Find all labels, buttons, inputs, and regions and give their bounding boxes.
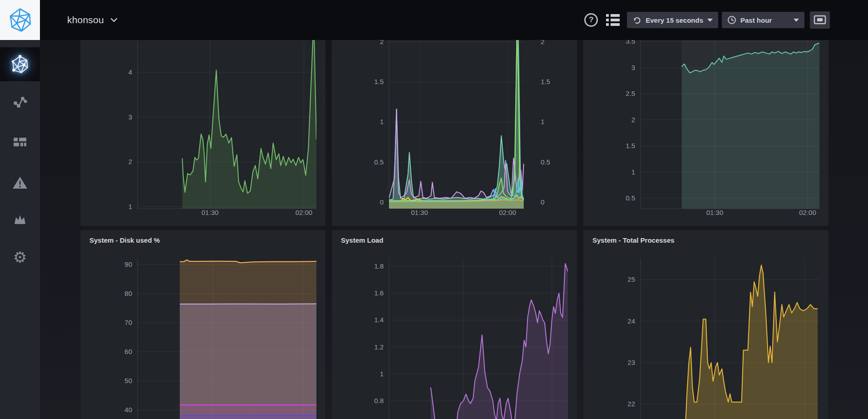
y-axis-label: 1 (380, 118, 384, 125)
y-axis-label-right: 0.5 (541, 158, 550, 166)
y-axis-label: 1.6 (374, 289, 384, 297)
panel-system-load: System Load1.81.61.41.210.8 (331, 229, 577, 419)
y-axis-label: 3 (631, 64, 635, 71)
x-axis-label: 02:00 (799, 209, 816, 216)
gear-icon: ⚙ (13, 249, 27, 265)
y-axis-label: 90 (124, 260, 132, 268)
app-logo[interactable] (0, 0, 40, 40)
x-axis-label: 01:30 (411, 209, 428, 216)
dashboard-title: khonsou (67, 15, 104, 25)
y-axis-label: 24 (627, 317, 635, 325)
refresh-interval-button[interactable]: Every 15 seconds (627, 12, 718, 28)
sidebar-item-metrics[interactable] (0, 90, 40, 115)
refresh-interval-label: Every 15 seconds (646, 16, 703, 24)
sidebar-item-alerts[interactable] (0, 170, 40, 195)
refresh-icon (632, 15, 641, 25)
chart-5[interactable]: 1.81.61.41.210.8 (332, 230, 578, 419)
series-line-disk-2 (180, 304, 316, 304)
playlist-icon[interactable] (606, 14, 620, 26)
y-axis-label-right: 1.5 (541, 78, 550, 85)
chart-6[interactable]: 25242322 (583, 230, 829, 419)
pulse-icon (13, 95, 27, 109)
x-axis-label: 01:30 (706, 209, 724, 216)
y-axis-label: 1.5 (626, 142, 635, 150)
caret-down-icon (707, 19, 713, 22)
sidebar: ⚙ (0, 0, 40, 419)
y-axis-label: 23 (627, 359, 635, 366)
panel-system-total-processes: System - Total Processes25242322 (583, 229, 829, 419)
help-icon[interactable]: ? (584, 13, 598, 27)
y-axis-label: 3 (128, 113, 132, 121)
series-fill-processes (685, 265, 818, 419)
x-axis-label: 01:30 (202, 209, 219, 216)
y-axis-label: 2.5 (626, 90, 635, 97)
y-axis-label: 0.8 (374, 397, 384, 404)
polyhedron-icon (7, 7, 33, 33)
y-axis-label: 2 (128, 158, 132, 165)
sidebar-item-home[interactable] (0, 47, 40, 81)
sidebar-item-premium[interactable] (0, 207, 40, 232)
time-range-label: Past hour (740, 16, 772, 24)
monitor-icon (814, 15, 826, 25)
y-axis-label: 22 (627, 400, 635, 408)
y-axis-label: 2 (631, 116, 635, 124)
y-axis-label-right: 0 (541, 198, 544, 206)
x-axis-label: 02:00 (296, 209, 313, 216)
y-axis-label: 50 (124, 377, 132, 384)
y-axis-label: 0.5 (626, 194, 635, 202)
y-axis-label: 80 (124, 289, 132, 297)
series-fill-disk-2 (180, 304, 316, 419)
y-axis-label: 1.8 (374, 262, 384, 270)
y-axis-label: 1 (380, 370, 384, 378)
panel-system-disk-used-: System - Disk used %908070605040 (80, 229, 326, 419)
time-range-button[interactable]: Past hour (722, 12, 804, 28)
y-axis-label-right: 1 (541, 118, 544, 125)
crown-icon (13, 214, 27, 225)
series-fill-load (431, 264, 568, 419)
polyhedron-glow-icon (10, 55, 30, 75)
sidebar-item-settings[interactable]: ⚙ (0, 244, 40, 270)
kiosk-mode-icon[interactable] (810, 11, 830, 29)
y-axis-label: 1.4 (374, 316, 384, 324)
y-axis-label: 25 (627, 275, 635, 283)
y-axis-label: 40 (124, 406, 132, 414)
dashboard-grid: 432101:3002:00221.51.5110.50.50001:3002:… (40, 0, 868, 419)
y-axis-label: 70 (124, 319, 132, 326)
y-axis-label: 4 (128, 68, 132, 76)
clock-icon (727, 15, 736, 25)
help-glyph: ? (589, 15, 593, 25)
x-axis-label: 02:00 (499, 209, 516, 216)
navbar-actions: ? Every 15 seconds Past hour (584, 11, 830, 29)
y-axis-label: 1 (128, 203, 132, 210)
sidebar-item-dashboards[interactable] (0, 130, 40, 155)
warning-triangle-icon (12, 176, 28, 190)
top-navbar: khonsou ? Every 15 seconds Past (40, 0, 868, 40)
chart-4[interactable]: 908070605040 (80, 230, 326, 419)
chevron-down-icon (110, 18, 118, 22)
y-axis-label: 0 (380, 198, 384, 206)
series-fill-value (182, 19, 317, 209)
dashboard-title-dropdown[interactable]: khonsou (67, 15, 118, 25)
y-axis-label: 1 (631, 168, 635, 176)
y-axis-label: 0.5 (374, 158, 384, 166)
y-axis-label: 60 (124, 348, 132, 355)
y-axis-label: 1.5 (374, 78, 384, 85)
grid-icon (13, 136, 27, 148)
caret-down-icon (794, 19, 799, 22)
y-axis-label: 1.2 (374, 343, 384, 351)
